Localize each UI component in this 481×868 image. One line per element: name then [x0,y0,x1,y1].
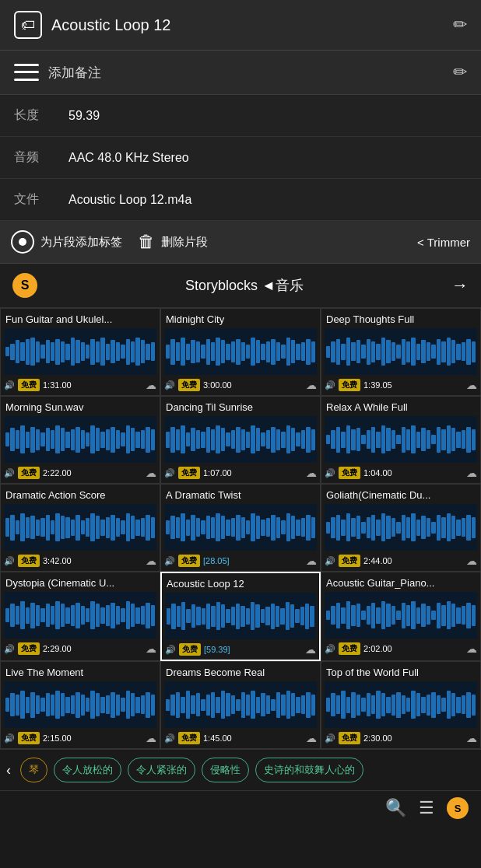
track-meta-5: 🔊免费1:07.00☁ [161,464,320,483]
track-cell-4[interactable]: Morning Sun.wav🔊免费2:22.00☁ [0,396,160,484]
track-cell-12[interactable]: Acoustic Guitar_Piano...🔊免费2:02.00☁ [321,572,481,661]
speaker-icon-15: 🔊 [325,733,335,744]
track-time-7: 3:42.00 [43,556,72,565]
free-badge-14: 免费 [178,732,200,744]
info-row-length: 长度 59.39 [0,95,481,137]
tag-chip-0[interactable]: 琴 [20,758,47,782]
track-waveform-1 [4,328,156,375]
track-meta-6: 🔊免费1:04.00☁ [321,464,480,483]
track-title-3: Deep Thoughts Full [321,309,480,327]
bottom-bar: 🔍 ☰ S [0,790,481,825]
cloud-icon-12[interactable]: ☁ [466,642,477,655]
length-value: 59.39 [68,109,100,123]
storyblocks-arrow[interactable]: → [451,275,469,296]
track-meta-7: 🔊免费3:42.00☁ [1,552,160,571]
file-label: 文件 [14,191,68,208]
cloud-icon-13[interactable]: ☁ [146,732,156,744]
track-cell-5[interactable]: Dancing Til Sunrise🔊免费1:07.00☁ [160,396,321,484]
track-waveform-7 [4,504,156,551]
record-icon [11,230,34,254]
track-cell-8[interactable]: A Dramatic Twist🔊免费[28.05]☁ [160,484,321,572]
cloud-icon-7[interactable]: ☁ [146,555,156,567]
speaker-icon-5: 🔊 [164,468,175,478]
track-cell-9[interactable]: Goliath(Cinematic Du...🔊免费2:44.00☁ [321,484,481,572]
track-waveform-12 [325,592,477,639]
tag-chip-1[interactable]: 令人放松的 [54,758,121,782]
menu-icon[interactable]: ☰ [419,798,434,818]
track-time-1: 1:31.00 [43,380,72,390]
track-cell-1[interactable]: Fun Guitar and Ukulel...🔊免费1:31.00☁ [0,308,160,396]
track-title-4: Morning Sun.wav [1,397,160,415]
trimmer-button[interactable]: < Trimmer [417,236,470,249]
free-badge-10: 免费 [18,642,40,655]
speaker-icon-9: 🔊 [325,556,335,566]
cloud-icon-4[interactable]: ☁ [146,467,156,479]
cloud-icon-2[interactable]: ☁ [306,379,317,391]
note-row[interactable]: 添加备注 ✏ [0,51,481,95]
cloud-icon-15[interactable]: ☁ [466,732,477,744]
track-waveform-8 [164,504,317,551]
delete-segment-button[interactable]: 🗑 删除片段 [138,232,208,252]
speaker-icon-10: 🔊 [4,644,15,654]
speaker-icon-6: 🔊 [325,468,335,478]
search-icon[interactable]: 🔍 [385,798,406,818]
tag-chip-2[interactable]: 令人紧张的 [128,758,195,782]
free-badge-3: 免费 [339,379,360,391]
track-cell-11[interactable]: Acoustic Loop 12🔊免费[59.39]☁ [160,572,321,661]
cloud-icon-14[interactable]: ☁ [306,732,317,744]
speaker-icon-8: 🔊 [164,556,175,566]
tags-bar: ‹ 琴令人放松的令人紧张的侵略性史诗的和鼓舞人心的 [0,749,481,790]
free-badge-2: 免费 [178,379,200,391]
audio-value: AAC 48.0 KHz Stereo [68,151,189,165]
tag-chip-4[interactable]: 史诗的和鼓舞人心的 [255,758,363,782]
cloud-icon-5[interactable]: ☁ [306,467,317,479]
free-badge-9: 免费 [339,555,360,567]
track-time-8: [28.05] [203,556,230,565]
tag-chip-3[interactable]: 侵略性 [202,758,249,782]
header-edit-icon[interactable]: ✏ [453,15,467,35]
cloud-icon-10[interactable]: ☁ [146,642,156,655]
track-cell-2[interactable]: Midnight City🔊免费3:00.00☁ [160,308,321,396]
track-title-5: Dancing Til Sunrise [161,397,320,415]
cloud-icon-1[interactable]: ☁ [146,379,156,391]
free-badge-13: 免费 [18,732,40,744]
header-left: 🏷 Acoustic Loop 12 [14,11,170,39]
track-meta-2: 🔊免费3:00.00☁ [161,376,320,395]
track-title-1: Fun Guitar and Ukulel... [1,309,160,327]
free-badge-15: 免费 [339,732,360,744]
track-cell-7[interactable]: Dramatic Action Score🔊免费3:42.00☁ [0,484,160,572]
speaker-icon-4: 🔊 [4,468,15,478]
storyblocks-bottom-logo[interactable]: S [447,797,469,819]
note-list-icon [14,61,39,83]
track-waveform-15 [325,681,477,728]
cloud-icon-9[interactable]: ☁ [466,555,477,567]
cloud-icon-3[interactable]: ☁ [466,379,477,391]
track-cell-10[interactable]: Dystopia (Cinematic U...🔊免费2:29.00☁ [0,572,160,661]
track-title-11: Acoustic Loop 12 [162,573,319,591]
track-title-8: A Dramatic Twist [161,485,320,502]
track-cell-6[interactable]: Relax A While Full🔊免费1:04.00☁ [321,396,481,484]
track-time-15: 2:30.00 [363,733,392,743]
add-tag-button[interactable]: 为片段添加标签 [11,230,122,254]
free-badge-8: 免费 [178,555,200,567]
info-table: 长度 59.39 音频 AAC 48.0 KHz Stereo 文件 Acous… [0,95,481,221]
speaker-icon-1: 🔊 [4,380,15,390]
track-meta-10: 🔊免费2:29.00☁ [1,640,160,659]
storyblocks-logo: S [12,273,37,298]
track-cell-13[interactable]: Live The Moment🔊免费2:15.00☁ [0,661,160,749]
note-edit-icon[interactable]: ✏ [453,62,467,82]
speaker-icon-2: 🔊 [164,380,175,390]
track-title-14: Dreams Become Real [161,662,320,680]
cloud-icon-8[interactable]: ☁ [306,555,317,567]
tag-prev-icon[interactable]: ‹ [6,762,11,779]
track-cell-3[interactable]: Deep Thoughts Full🔊免费1:39.05☁ [321,308,481,396]
info-row-audio: 音频 AAC 48.0 KHz Stereo [0,137,481,179]
cloud-icon-11[interactable]: ☁ [305,643,316,656]
track-meta-12: 🔊免费2:02.00☁ [321,640,480,659]
track-cell-14[interactable]: Dreams Become Real🔊免费1:45.00☁ [160,661,321,749]
cloud-icon-6[interactable]: ☁ [466,467,477,479]
track-time-10: 2:29.00 [43,644,72,653]
info-row-file: 文件 Acoustic Loop 12.m4a [0,179,481,221]
track-cell-15[interactable]: Top of the World Full🔊免费2:30.00☁ [321,661,481,749]
audio-label: 音频 [14,149,68,166]
